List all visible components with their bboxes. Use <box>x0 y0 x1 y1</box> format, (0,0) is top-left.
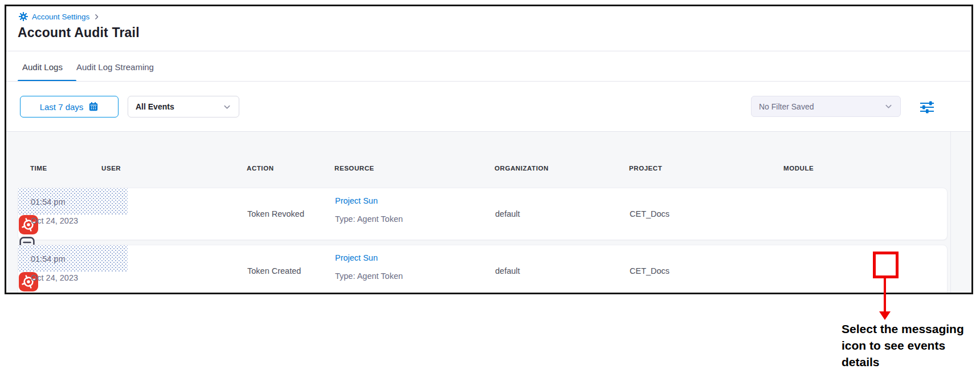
breadcrumb: Account Settings <box>18 11 100 22</box>
filter-sliders-icon <box>918 100 936 115</box>
event-details-message-button[interactable] <box>18 292 36 294</box>
project-value: CET_Docs <box>630 188 669 240</box>
organization-value: default <box>495 188 520 240</box>
table-row: 01:54 pm Oct 24, 2023 Token Revoked Proj… <box>18 188 948 240</box>
column-header-user: USER <box>101 165 121 172</box>
project-value: CET_Docs <box>630 245 669 294</box>
resource-type: Type: Agent Token <box>335 214 403 224</box>
event-time: 01:54 pm <box>31 197 65 206</box>
column-header-project: PROJECT <box>629 165 662 172</box>
event-action: Token Revoked <box>247 188 304 240</box>
highlight-box <box>873 252 899 278</box>
breadcrumb-link-account-settings[interactable]: Account Settings <box>32 13 89 21</box>
saved-filter-select[interactable]: No Filter Saved <box>751 96 901 117</box>
app-window: Account Settings Account Audit Trail Aud… <box>5 5 973 294</box>
chevron-down-icon <box>884 102 893 111</box>
resource-type: Type: Agent Token <box>335 271 403 281</box>
event-date: Oct 24, 2023 <box>31 273 78 282</box>
column-header-organization: ORGANIZATION <box>495 165 549 172</box>
table-row: 01:54 pm Oct 24, 2023 Token Created Proj… <box>18 245 948 294</box>
column-header-action: ACTION <box>247 165 274 172</box>
column-header-module: MODULE <box>783 165 814 172</box>
date-range-button[interactable]: Last 7 days <box>20 96 119 117</box>
event-date: Oct 24, 2023 <box>31 216 78 225</box>
divider <box>6 81 971 82</box>
chevron-down-icon <box>223 103 231 111</box>
audit-log-table: TIME USER ACTION RESOURCE ORGANIZATION P… <box>6 132 971 293</box>
column-header-time: TIME <box>30 165 47 172</box>
tab-audit-log-streaming[interactable]: Audit Log Streaming <box>76 62 154 72</box>
page-title: Account Audit Trail <box>18 25 140 40</box>
event-type-select[interactable]: All Events <box>128 96 239 117</box>
saved-filter-value: No Filter Saved <box>759 102 814 111</box>
resource-link[interactable]: Project Sun <box>335 253 378 262</box>
tab-audit-logs[interactable]: Audit Logs <box>22 62 63 72</box>
organization-value: default <box>495 245 520 294</box>
filter-settings-button[interactable] <box>917 99 937 115</box>
message-note-icon <box>18 292 36 294</box>
resource-link[interactable]: Project Sun <box>335 196 378 205</box>
settings-gear-icon <box>18 11 28 22</box>
divider <box>6 51 971 51</box>
divider <box>950 132 951 293</box>
chevron-right-icon <box>93 13 100 21</box>
event-action: Token Created <box>247 245 301 294</box>
calendar-icon <box>88 102 99 112</box>
event-time: 01:54 pm <box>31 254 65 264</box>
column-header-resource: RESOURCE <box>334 165 374 172</box>
annotation-text: Select the messaging icon to see events … <box>842 321 974 370</box>
screenshot-root: Account Settings Account Audit Trail Aud… <box>0 0 980 381</box>
date-range-label: Last 7 days <box>40 102 84 112</box>
annotation-arrowhead-icon <box>879 311 891 320</box>
event-type-value: All Events <box>136 102 174 111</box>
annotation-arrow-line <box>884 278 886 311</box>
